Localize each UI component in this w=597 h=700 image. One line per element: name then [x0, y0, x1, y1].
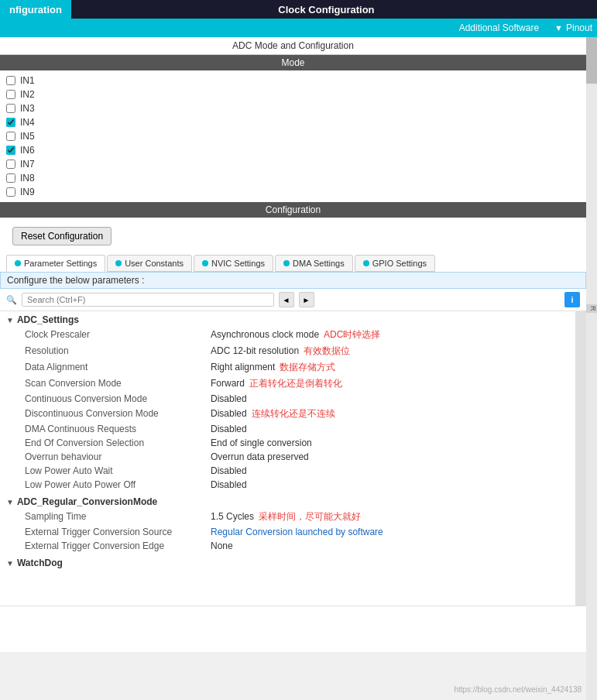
search-bar: 🔍 ◄ ► i: [0, 289, 586, 311]
watermark: https://blog.csdn.net/weixin_4424138: [454, 685, 582, 694]
checkbox-label-in5: IN5: [20, 131, 35, 142]
tab-dot-2: [202, 260, 208, 266]
adc-settings-items: Clock PrescalerAsynchronous clock modeAD…: [0, 327, 575, 492]
header-center-title: Clock Configuration: [71, 0, 582, 19]
adc-setting-label-7: End Of Conversion Selection: [25, 438, 211, 448]
tab-dot-1: [115, 260, 122, 266]
adc-regular-label-2: External Trigger Conversion Edge: [25, 540, 211, 551]
prev-nav-button[interactable]: ◄: [279, 292, 294, 307]
adc-setting-value-3: Forward: [211, 378, 245, 389]
tab-nvic-settings[interactable]: NVIC Settings: [194, 255, 273, 272]
checkbox-item-in8: IN8: [6, 171, 580, 185]
checkbox-item-in7: IN7: [6, 157, 580, 171]
collapse-arrow-adc[interactable]: ▼: [6, 316, 14, 324]
right-label: R: [586, 304, 597, 313]
right-scrollbar[interactable]: R: [586, 37, 597, 700]
header-right: [582, 0, 597, 19]
adc-regular-value-0: 1.5 Cycles: [211, 511, 254, 522]
adc-setting-item-3: Scan Conversion ModeForward正着转化还是倒着转化: [0, 376, 575, 392]
checkbox-in8[interactable]: [6, 173, 15, 183]
checkbox-in7[interactable]: [6, 160, 15, 169]
collapse-arrow-regular[interactable]: ▼: [6, 498, 14, 506]
checkbox-label-in7: IN7: [20, 159, 35, 170]
reset-area: Reset Configuration: [0, 218, 586, 255]
adc-setting-item-6: DMA Continuous RequestsDisabled: [0, 422, 575, 436]
checkbox-in2[interactable]: [6, 90, 15, 99]
tab-gpio-settings[interactable]: GPIO Settings: [355, 255, 435, 272]
adc-regular-group[interactable]: ▼ ADC_Regular_ConversionMode: [0, 495, 575, 509]
watchdog-group[interactable]: ▼ WatchDog: [0, 556, 575, 570]
adc-setting-item-7: End Of Conversion SelectionEnd of single…: [0, 436, 575, 450]
adc-setting-item-10: Low Power Auto Power OffDisabled: [0, 478, 575, 492]
info-button[interactable]: i: [564, 292, 580, 307]
adc-setting-label-1: Resolution: [25, 345, 211, 356]
checkbox-in9[interactable]: [6, 187, 15, 197]
adc-setting-item-2: Data AlignmentRight alignment数据存储方式: [0, 359, 575, 376]
checkbox-in3[interactable]: [6, 104, 15, 113]
sub-header: Additional Software ▼ Pinout: [0, 19, 597, 37]
checkbox-item-in3: IN3: [6, 101, 580, 115]
next-nav-button[interactable]: ►: [299, 292, 314, 307]
adc-setting-label-2: Data Alignment: [25, 362, 211, 372]
checkbox-item-in2: IN2: [6, 88, 580, 101]
checkbox-in5[interactable]: [6, 132, 15, 141]
additional-software-link[interactable]: Additional Software: [459, 22, 539, 33]
tab-dma-settings[interactable]: DMA Settings: [275, 255, 353, 272]
adc-setting-item-9: Low Power Auto WaitDisabled: [0, 464, 575, 478]
adc-setting-value-7: End of single conversion: [211, 438, 312, 448]
adc-setting-label-5: Discontinuous Conversion Mode: [25, 408, 211, 419]
adc-regular-value-1: Regular Conversion launched by software: [211, 527, 383, 537]
adc-regular-label-1: External Trigger Conversion Source: [25, 527, 211, 537]
reset-config-button[interactable]: Reset Configuration: [12, 227, 112, 245]
tab-dot-0: [15, 260, 21, 266]
search-icon: 🔍: [6, 295, 17, 305]
tab-user-constants[interactable]: User Constants: [107, 255, 192, 272]
checkbox-item-in9: IN9: [6, 185, 580, 199]
adc-setting-item-1: ResolutionADC 12-bit resolution有效数据位: [0, 343, 575, 359]
adc-regular-annotation-0: 采样时间，尽可能大就好: [259, 510, 361, 523]
checkbox-item-in5: IN5: [6, 129, 580, 143]
checkbox-label-in1: IN1: [20, 75, 35, 86]
mode-header: Mode: [0, 55, 586, 70]
params-area[interactable]: ▼ ADC_Settings Clock PrescalerAsynchrono…: [0, 311, 586, 606]
adc-setting-value-2: Right alignment: [211, 362, 275, 372]
adc-setting-item-8: Overrun behaviourOverrun data preserved: [0, 450, 575, 464]
tab-parameter-settings[interactable]: Parameter Settings: [6, 255, 105, 272]
main-content: ADC Mode and Configuration Mode IN1IN2IN…: [0, 37, 586, 652]
adc-setting-label-0: Clock Prescaler: [25, 329, 211, 340]
adc-setting-value-0: Asynchronous clock mode: [211, 329, 319, 340]
adc-regular-item-0: Sampling Time1.5 Cycles采样时间，尽可能大就好: [0, 509, 575, 525]
adc-setting-item-0: Clock PrescalerAsynchronous clock modeAD…: [0, 327, 575, 343]
pinout-link[interactable]: ▼ Pinout: [554, 22, 592, 33]
scrollbar-thumb[interactable]: [586, 37, 597, 84]
tab-label-1: User Constants: [125, 259, 184, 268]
adc-setting-item-5: Discontinuous Conversion ModeDisabled连续转…: [0, 406, 575, 422]
bottom-area: [0, 606, 586, 652]
checkbox-item-in6: IN6: [6, 143, 580, 157]
adc-setting-annotation-5: 连续转化还是不连续: [252, 407, 335, 420]
search-input[interactable]: [22, 293, 274, 307]
tab-label-2: NVIC Settings: [211, 259, 265, 268]
checkbox-label-in3: IN3: [20, 103, 35, 114]
checkbox-label-in9: IN9: [20, 187, 35, 197]
checkbox-label-in8: IN8: [20, 173, 35, 184]
adc-setting-label-8: Overrun behaviour: [25, 451, 211, 462]
adc-setting-annotation-0: ADC时钟选择: [324, 328, 380, 341]
header-left-label: nfiguration: [0, 0, 71, 19]
checkbox-list: IN1IN2IN3IN4IN5IN6IN7IN8IN9: [0, 70, 586, 202]
configure-label: Configure the below parameters :: [0, 272, 586, 289]
tab-label-4: GPIO Settings: [372, 259, 427, 268]
adc-setting-label-3: Scan Conversion Mode: [25, 378, 211, 389]
adc-setting-label-9: Low Power Auto Wait: [25, 465, 211, 476]
adc-settings-group[interactable]: ▼ ADC_Settings: [0, 313, 575, 327]
checkbox-in6[interactable]: [6, 146, 15, 155]
checkbox-in1[interactable]: [6, 76, 15, 85]
adc-regular-item-1: External Trigger Conversion SourceRegula…: [0, 525, 575, 539]
adc-setting-value-9: Disabled: [211, 465, 247, 476]
tab-dot-4: [363, 260, 369, 266]
adc-setting-annotation-2: 数据存储方式: [280, 361, 335, 374]
collapse-arrow-watchdog[interactable]: ▼: [6, 559, 14, 568]
tab-label-3: DMA Settings: [293, 259, 345, 268]
config-header: Configuration: [0, 202, 586, 218]
checkbox-in4[interactable]: [6, 118, 15, 127]
